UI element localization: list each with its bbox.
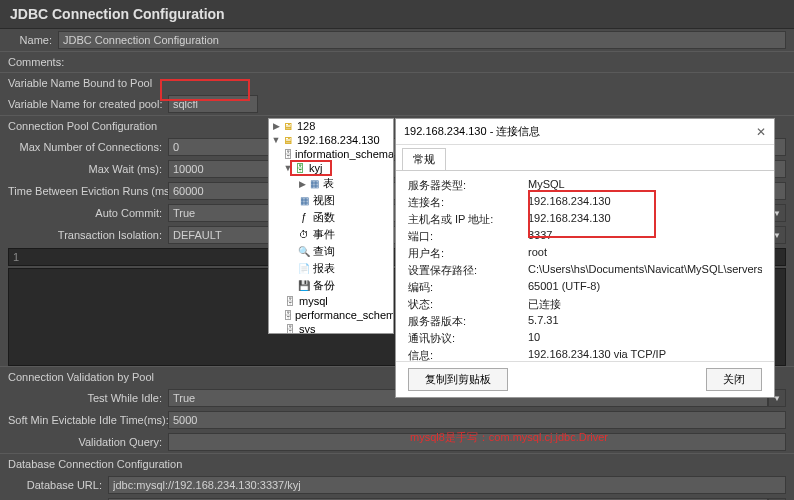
database-icon: 🗄 (283, 323, 297, 334)
server-icon: 🖥 (281, 134, 295, 146)
tree-item[interactable]: ▶🖥128 (269, 119, 393, 133)
pool-var-label: Variable Name for created pool: (8, 98, 168, 110)
tree-item[interactable]: ƒ函数 (269, 209, 393, 226)
soft-min-input[interactable] (168, 411, 786, 429)
db-tree-panel: ▶🖥128 ▼🖥192.168.234.130 🗄information_sch… (268, 118, 394, 334)
tree-item[interactable]: 📄报表 (269, 260, 393, 277)
database-icon: 🗄 (283, 295, 297, 307)
table-icon: ▦ (307, 178, 321, 190)
auto-commit-label: Auto Commit: (8, 207, 168, 219)
close-button[interactable]: 关闭 (706, 368, 762, 391)
connection-info-dialog: 192.168.234.130 - 连接信息 ✕ 常规 服务器类型:MySQL连… (395, 118, 775, 398)
view-icon: ▦ (297, 195, 311, 207)
comments-label: Comments: (0, 51, 794, 72)
url-label: Database URL: (8, 479, 108, 491)
tree-item[interactable]: 💾备份 (269, 277, 393, 294)
annotation-box (290, 160, 332, 176)
tree-item[interactable]: ⏱事件 (269, 226, 393, 243)
pool-section-title: Variable Name Bound to Pool (0, 72, 794, 93)
time-between-label: Time Between Eviction Runs (ms): (8, 185, 168, 197)
info-row: 用户名:root (408, 245, 762, 262)
tree-item[interactable]: ▦视图 (269, 192, 393, 209)
tree-item[interactable]: ▶▦表 (269, 175, 393, 192)
tree-item[interactable]: 🗄sys (269, 322, 393, 334)
page-title: JDBC Connection Configuration (0, 0, 794, 29)
annotation-box (528, 190, 656, 238)
name-label: Name: (8, 34, 58, 46)
info-row: 编码:65001 (UTF-8) (408, 279, 762, 296)
close-icon[interactable]: ✕ (756, 125, 766, 139)
max-wait-label: Max Wait (ms): (8, 163, 168, 175)
tab-general[interactable]: 常规 (402, 148, 446, 170)
tree-item[interactable]: 🔍查询 (269, 243, 393, 260)
info-row: 状态:已连接 (408, 296, 762, 313)
query-icon: 🔍 (297, 246, 311, 258)
event-icon: ⏱ (297, 229, 311, 241)
server-icon: 🖥 (281, 120, 295, 132)
info-row: 设置保存路径:C:\Users\hs\Documents\Navicat\MyS… (408, 262, 762, 279)
annotation-text: mysql8是手写：com.mysql.cj.jdbc.Driver (410, 430, 608, 445)
database-icon: 🗄 (283, 309, 293, 321)
trans-iso-label: Transaction Isolation: (8, 229, 168, 241)
info-row: 服务器版本:5.7.31 (408, 313, 762, 330)
tree-item[interactable]: ▼🖥192.168.234.130 (269, 133, 393, 147)
tree-item[interactable]: 🗄mysql (269, 294, 393, 308)
query-label: Validation Query: (8, 436, 168, 448)
copy-button[interactable]: 复制到剪贴板 (408, 368, 508, 391)
info-row: 通讯协议:10 (408, 330, 762, 347)
name-input[interactable] (58, 31, 786, 49)
report-icon: 📄 (297, 263, 311, 275)
test-idle-label: Test While Idle: (8, 392, 168, 404)
info-row: 信息:192.168.234.130 via TCP/IP (408, 347, 762, 361)
backup-icon: 💾 (297, 280, 311, 292)
database-icon: 🗄 (283, 148, 293, 160)
tree-item[interactable]: 🗄information_schema (269, 147, 393, 161)
url-input[interactable] (108, 476, 786, 494)
dialog-title: 192.168.234.130 - 连接信息 (404, 124, 540, 139)
db-conn-title: Database Connection Configuration (0, 453, 794, 474)
annotation-box (160, 79, 250, 101)
soft-min-label: Soft Min Evictable Idle Time(ms): (8, 414, 168, 426)
max-conn-label: Max Number of Connections: (8, 141, 168, 153)
tree-item[interactable]: 🗄performance_schema (269, 308, 393, 322)
function-icon: ƒ (297, 212, 311, 224)
